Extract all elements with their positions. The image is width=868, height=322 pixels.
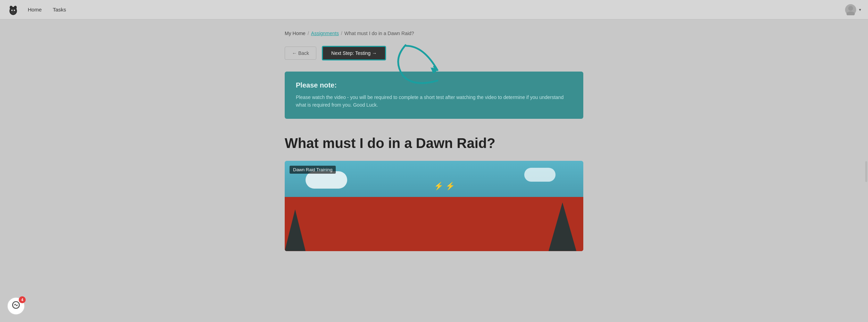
notice-text: Please watch the video - you will be req…: [296, 93, 572, 109]
main-content: My Home / Assignments / What must I do i…: [278, 19, 590, 265]
scrollbar[interactable]: [865, 161, 867, 182]
video-background: ⚡ ⚡: [285, 161, 583, 251]
app-logo[interactable]: [7, 3, 19, 16]
lightning-icon: ⚡ ⚡: [434, 182, 455, 191]
video-label: Dawn Raid Training: [290, 166, 336, 174]
breadcrumb-sep-2: /: [341, 31, 342, 36]
notice-title: Please note:: [296, 81, 572, 89]
tree-right-decoration: [549, 203, 576, 251]
avatar[interactable]: [845, 4, 856, 15]
breadcrumb-current: What must I do in a Dawn Raid?: [344, 31, 414, 36]
notification-badge[interactable]: 4: [7, 297, 25, 315]
navbar: Home Tasks ▾: [0, 0, 868, 19]
svg-point-3: [11, 8, 16, 14]
svg-point-6: [848, 6, 853, 11]
notice-box: Please note: Please watch the video - yo…: [285, 72, 583, 119]
breadcrumb-assignments[interactable]: Assignments: [311, 31, 339, 36]
nav-home[interactable]: Home: [28, 7, 42, 13]
badge-icon: [11, 300, 20, 312]
chevron-down-icon[interactable]: ▾: [859, 7, 861, 12]
back-button[interactable]: ← Back: [285, 47, 316, 60]
tree-left-decoration: [285, 209, 306, 251]
navbar-right: ▾: [845, 4, 861, 15]
badge-count: 4: [19, 296, 26, 303]
page-title: What must I do in a Dawn Raid?: [285, 135, 583, 151]
breadcrumb-home[interactable]: My Home: [285, 31, 306, 36]
nav-buttons-row: ← Back Next Step: Testing →: [285, 46, 583, 60]
nav-tasks[interactable]: Tasks: [53, 7, 66, 13]
svg-point-5: [14, 10, 15, 11]
cloud-right-decoration: [524, 168, 556, 182]
breadcrumb-sep-1: /: [308, 31, 309, 36]
nav-links: Home Tasks: [28, 7, 66, 13]
video-container[interactable]: Dawn Raid Training ⚡ ⚡: [285, 161, 583, 251]
cloud-left-decoration: [306, 171, 347, 189]
next-step-button[interactable]: Next Step: Testing →: [322, 46, 386, 60]
breadcrumb: My Home / Assignments / What must I do i…: [285, 31, 583, 36]
badge-circle[interactable]: 4: [7, 297, 25, 315]
svg-point-7: [846, 11, 855, 15]
svg-point-4: [11, 10, 13, 11]
